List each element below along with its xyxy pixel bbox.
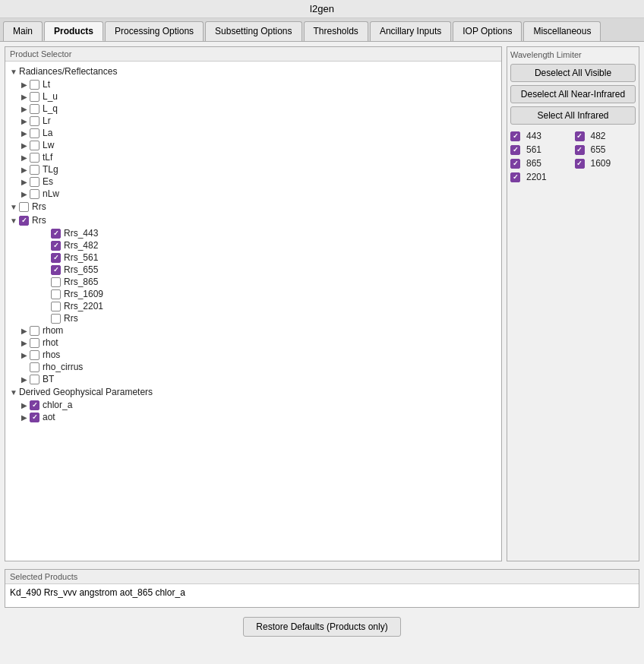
- section-radiances[interactable]: ▼ Radiances/Reflectances: [5, 65, 501, 78]
- label-rrs482: Rrs_482: [64, 240, 98, 251]
- checkbox-lu[interactable]: [30, 92, 39, 102]
- label-rrs-parent: Rrs: [32, 201, 46, 212]
- label-rrs561: Rrs_561: [64, 252, 98, 263]
- checkbox-tlg[interactable]: [30, 165, 39, 175]
- expander-lt[interactable]: ▶: [19, 79, 30, 90]
- expander-rrs-sub[interactable]: ▼: [8, 215, 19, 226]
- checkbox-wl-482[interactable]: [575, 131, 585, 141]
- wl-item-1609: 1609: [575, 158, 636, 169]
- expander-lw[interactable]: ▶: [19, 140, 30, 150]
- checkbox-bt[interactable]: [30, 375, 39, 384]
- section-rrs-sub[interactable]: ▼ Rrs: [5, 213, 501, 227]
- tree-item-lt: ▶ Lt: [5, 78, 501, 90]
- tree-container[interactable]: ▼ Radiances/Reflectances ▶ Lt ▶ L_u ▶ L_…: [5, 62, 501, 561]
- checkbox-wl-443[interactable]: [510, 131, 520, 141]
- label-wl-443: 443: [526, 131, 541, 141]
- section-derived[interactable]: ▼ Derived Geophysical Parameters: [5, 385, 501, 399]
- tree-item-rrs655: Rrs_655: [5, 264, 501, 276]
- label-rrs655: Rrs_655: [64, 264, 98, 275]
- expander-aot[interactable]: ▶: [19, 412, 30, 422]
- expander-chlora[interactable]: ▶: [19, 400, 30, 410]
- checkbox-tlf[interactable]: [30, 153, 39, 163]
- product-selector-panel: Product Selector ▼ Radiances/Reflectance…: [5, 46, 502, 561]
- expander-lr[interactable]: ▶: [19, 115, 30, 126]
- tab-products[interactable]: Products: [44, 21, 103, 41]
- tab-misc[interactable]: Miscellaneous: [523, 21, 601, 41]
- expander-rhos[interactable]: ▶: [19, 349, 30, 360]
- expander-tlg[interactable]: ▶: [19, 164, 30, 175]
- expander-la[interactable]: ▶: [19, 128, 30, 138]
- tree-item-es: ▶ Es: [5, 175, 501, 188]
- tab-main[interactable]: Main: [3, 21, 43, 41]
- checkbox-rrs655[interactable]: [51, 265, 61, 275]
- tree-item-aot: ▶ aot: [5, 411, 501, 423]
- expander-tlf[interactable]: ▶: [19, 152, 30, 163]
- label-aot: aot: [43, 412, 55, 422]
- label-rrs443: Rrs_443: [64, 228, 98, 239]
- expander-lq[interactable]: ▶: [19, 103, 30, 114]
- expander-rrs-parent[interactable]: ▼: [8, 201, 19, 212]
- checkbox-aot[interactable]: [30, 413, 39, 422]
- checkbox-rrs865[interactable]: [51, 277, 61, 287]
- checkbox-wl-1609[interactable]: [575, 159, 585, 169]
- tree-item-lq: ▶ L_q: [5, 103, 501, 115]
- tab-iop[interactable]: IOP Options: [453, 21, 522, 41]
- wavelength-limiter-panel: Wavelength Limiter Deselect All Visible …: [507, 46, 639, 561]
- wl-item-2201: 2201: [510, 172, 572, 182]
- checkbox-rrs-plain[interactable]: [51, 314, 61, 324]
- selected-products-content: Kd_490 Rrs_vvv angstrom aot_865 chlor_a: [5, 584, 639, 607]
- checkbox-chlora[interactable]: [30, 400, 39, 410]
- checkbox-lw[interactable]: [30, 141, 39, 150]
- expander-rhot[interactable]: ▶: [19, 337, 30, 348]
- checkbox-rrs1609[interactable]: [51, 289, 61, 299]
- checkbox-rrs2201[interactable]: [51, 302, 61, 311]
- tree-item-rrs443: Rrs_443: [5, 227, 501, 239]
- checkbox-rrs443[interactable]: [51, 229, 61, 239]
- section-rrs-parent[interactable]: ▼ Rrs: [5, 200, 501, 213]
- checkbox-rrs561[interactable]: [51, 253, 61, 263]
- checkbox-wl-655[interactable]: [575, 145, 585, 155]
- checkbox-rrs-sub[interactable]: [19, 216, 29, 226]
- checkbox-nlw[interactable]: [30, 189, 39, 199]
- checkbox-rhot[interactable]: [30, 338, 39, 348]
- deselect-all-nir-button[interactable]: Deselect All Near-Infrared: [510, 85, 636, 103]
- checkbox-rhom[interactable]: [30, 326, 39, 336]
- label-rhos: rhos: [43, 349, 60, 360]
- tree-item-rrs865: Rrs_865: [5, 276, 501, 288]
- checkbox-wl-2201[interactable]: [510, 172, 520, 182]
- label-lr: Lr: [43, 115, 51, 126]
- restore-defaults-button[interactable]: Restore Defaults (Products only): [243, 617, 400, 637]
- checkbox-la[interactable]: [30, 128, 39, 138]
- expander-lu[interactable]: ▶: [19, 91, 30, 102]
- label-lq: L_q: [43, 103, 58, 114]
- checkbox-rrs-parent[interactable]: [19, 202, 29, 212]
- tab-subsetting[interactable]: Subsetting Options: [205, 21, 301, 41]
- tree-item-rhom: ▶ rhom: [5, 324, 501, 337]
- expander-radiances[interactable]: ▼: [8, 66, 19, 77]
- deselect-all-visible-button[interactable]: Deselect All Visible: [510, 64, 636, 82]
- checkbox-rho-cirrus[interactable]: [30, 362, 39, 372]
- checkbox-es[interactable]: [30, 177, 39, 187]
- tree-item-rrs-plain: Rrs: [5, 312, 501, 324]
- expander-bt[interactable]: ▶: [19, 374, 30, 384]
- checkbox-wl-561[interactable]: [510, 145, 520, 155]
- checkbox-rhos[interactable]: [30, 350, 39, 360]
- checkbox-lq[interactable]: [30, 104, 39, 114]
- wl-item-561: 561: [510, 144, 572, 155]
- checkbox-rrs482[interactable]: [51, 241, 61, 251]
- label-rrs865: Rrs_865: [64, 277, 98, 287]
- tab-ancillary[interactable]: Ancillary Inputs: [370, 21, 451, 41]
- expander-nlw[interactable]: ▶: [19, 188, 30, 199]
- checkbox-wl-865[interactable]: [510, 159, 520, 169]
- tab-processing[interactable]: Processing Options: [105, 21, 204, 41]
- tree-item-lu: ▶ L_u: [5, 90, 501, 103]
- expander-rhom[interactable]: ▶: [19, 325, 30, 336]
- footer: Restore Defaults (Products only): [0, 611, 644, 643]
- tab-thresholds[interactable]: Thresholds: [304, 21, 368, 41]
- select-all-infrared-button[interactable]: Select All Infrared: [510, 106, 636, 125]
- expander-es[interactable]: ▶: [19, 176, 30, 187]
- checkbox-lt[interactable]: [30, 80, 39, 90]
- product-selector-title: Product Selector: [5, 47, 501, 62]
- expander-derived[interactable]: ▼: [8, 387, 19, 397]
- checkbox-lr[interactable]: [30, 116, 39, 126]
